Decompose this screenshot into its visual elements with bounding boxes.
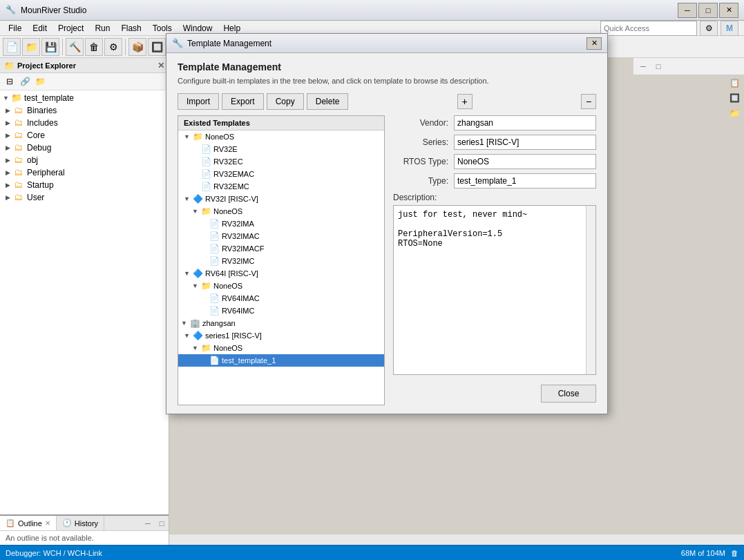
right-panel-btn-4[interactable]: 📁 <box>727 106 741 120</box>
toolbar-btn-4[interactable]: 🔲 <box>148 38 166 56</box>
new-button[interactable]: 📄 <box>3 38 21 56</box>
dialog-close-button[interactable]: Close <box>541 385 596 403</box>
tree-user[interactable]: ▶ 🗂 User <box>0 191 169 204</box>
tree-startup[interactable]: ▶ 🗂 Startup <box>0 179 169 191</box>
tt-test-template-1[interactable]: 📄 test_template_1 <box>178 354 384 367</box>
tree-binaries[interactable]: ▶ 🗂 Binaries <box>0 104 169 117</box>
tt-rv32ima[interactable]: 📄 RV32IMA <box>178 218 384 230</box>
menu-help[interactable]: Help <box>218 22 246 35</box>
tt-rv32emc[interactable]: 📄 RV32EMC <box>178 180 384 193</box>
tt-rv32e-label: RV32E <box>213 145 238 153</box>
tt-rv32emac[interactable]: 📄 RV32EMAC <box>178 168 384 180</box>
h-scrollbar[interactable] <box>169 534 744 545</box>
memory-icon: 🗑 <box>731 549 738 557</box>
tt-user-noneos[interactable]: ▼ 📁 NoneOS <box>178 342 384 354</box>
tt-rv32imacf[interactable]: 📄 RV32IMACF <box>178 242 384 255</box>
tt-noneos-1[interactable]: ▼ 📁 NoneOS <box>178 131 384 143</box>
quick-access-input[interactable] <box>600 21 697 36</box>
tt-rv32e[interactable]: 📄 RV32E <box>178 143 384 155</box>
tree-includes[interactable]: ▶ 🗂 Includes <box>0 117 169 129</box>
menu-file[interactable]: File <box>3 22 27 35</box>
export-button[interactable]: Export <box>222 93 264 110</box>
rside-btn-2[interactable]: □ <box>651 59 665 73</box>
type-input[interactable] <box>454 173 596 189</box>
remove-template-button[interactable]: − <box>581 94 596 109</box>
menu-run[interactable]: Run <box>89 22 115 35</box>
tt-noneos-1-label: NoneOS <box>205 133 234 141</box>
tt-zhangsan[interactable]: ▼ 🏢 zhangsan <box>178 317 384 329</box>
save-button[interactable]: 💾 <box>41 38 59 56</box>
tree-peripheral[interactable]: ▶ 🗂 Peripheral <box>0 166 169 179</box>
series1-group-icon: 🔷 <box>193 331 203 340</box>
new-folder-button[interactable]: 📁 <box>33 75 47 88</box>
rv32i-arrow-icon: ▼ <box>184 195 191 202</box>
tree-root[interactable]: ▼ 📁 test_template <box>0 92 169 104</box>
project-explorer-close[interactable]: ✕ <box>158 61 164 70</box>
dialog-close-x-button[interactable]: ✕ <box>586 37 602 50</box>
description-label: Description: <box>393 193 596 202</box>
series-input[interactable] <box>454 135 596 150</box>
minimize-button[interactable]: ─ <box>678 3 697 18</box>
right-panel-btn-2[interactable]: 📋 <box>727 76 741 90</box>
tt-rv64i[interactable]: ▼ 🔷 RV64I [RISC-V] <box>178 267 384 280</box>
menu-edit[interactable]: Edit <box>27 22 53 35</box>
menu-flash[interactable]: Flash <box>115 22 146 35</box>
zhangsan-arrow-icon: ▼ <box>181 320 188 327</box>
dialog-title-icon: 🔧 <box>172 38 183 49</box>
rv32ima-template-icon: 📄 <box>209 219 220 229</box>
template-management-dialog[interactable]: 🔧 Template Management ✕ Template Managem… <box>166 33 608 414</box>
tab-history[interactable]: 🕐 History <box>57 516 104 530</box>
quick-access-settings-button[interactable]: ⚙ <box>700 21 718 36</box>
rside-btn-1[interactable]: ─ <box>636 59 650 73</box>
copy-button[interactable]: Copy <box>267 93 304 110</box>
tree-debug[interactable]: ▶ 🗂 Debug <box>0 142 169 154</box>
core-arrow-icon: ▶ <box>6 132 14 139</box>
rv32i-noneos-icon: 📁 <box>201 206 211 216</box>
tt-rv32ec[interactable]: 📄 RV32EC <box>178 155 384 168</box>
tt-zhangsan-label: zhangsan <box>202 319 236 327</box>
close-button[interactable]: ✕ <box>719 3 738 18</box>
outline-tab-close[interactable]: ✕ <box>45 519 50 527</box>
tt-rv32i-noneos[interactable]: ▼ 📁 NoneOS <box>178 205 384 218</box>
menu-window[interactable]: Window <box>178 22 218 35</box>
import-button[interactable]: Import <box>178 93 219 110</box>
open-button[interactable]: 📁 <box>22 38 40 56</box>
dialog-toolbar: Import Export Copy Delete + − <box>178 93 596 110</box>
description-scrollbar[interactable] <box>586 206 595 374</box>
tt-series1-label: series1 [RISC-V] <box>205 331 262 340</box>
minimize-panel-button[interactable]: ─ <box>141 516 155 530</box>
link-editor-button[interactable]: 🔗 <box>18 75 32 88</box>
rtos-type-input[interactable] <box>454 154 596 169</box>
series-label: Series: <box>393 137 448 147</box>
tt-series1[interactable]: ▼ 🔷 series1 [RISC-V] <box>178 329 384 342</box>
maximize-button[interactable]: □ <box>698 3 718 18</box>
tt-rv64imc[interactable]: 📄 RV64IMC <box>178 305 384 317</box>
tt-rv32imc[interactable]: 📄 RV32IMC <box>178 255 384 267</box>
vendor-input[interactable] <box>454 115 596 131</box>
menu-project[interactable]: Project <box>53 22 89 35</box>
right-panel-btn-3[interactable]: 🔲 <box>727 91 741 105</box>
build-all-button[interactable]: ⚙ <box>104 38 122 56</box>
build-button[interactable]: 🔨 <box>66 38 84 56</box>
menu-tools[interactable]: Tools <box>147 22 178 35</box>
collapse-all-button[interactable]: ⊟ <box>3 75 17 88</box>
series1-arrow-icon: ▼ <box>184 332 191 339</box>
tt-rv64i-noneos[interactable]: ▼ 📁 NoneOS <box>178 280 384 292</box>
tt-rv32imacf-label: RV32IMACF <box>222 244 265 253</box>
clean-button[interactable]: 🗑 <box>85 38 103 56</box>
quick-access-logo-button[interactable]: M <box>721 21 738 36</box>
rv32i-group-icon: 🔷 <box>193 194 203 204</box>
description-textarea[interactable]: just for test, never mind~ PeripheralVer… <box>394 206 586 374</box>
add-template-button[interactable]: + <box>457 94 473 109</box>
toolbar-btn-3[interactable]: 📦 <box>128 38 146 56</box>
tree-obj[interactable]: ▶ 🗂 obj <box>0 154 169 166</box>
tree-core[interactable]: ▶ 🗂 Core <box>0 129 169 142</box>
maximize-panel-button[interactable]: □ <box>155 516 169 530</box>
startup-arrow-icon: ▶ <box>6 182 14 189</box>
delete-button[interactable]: Delete <box>307 93 349 110</box>
tt-rv64imac[interactable]: 📄 RV64IMAC <box>178 292 384 305</box>
tree-root-label: test_template <box>24 93 74 103</box>
tab-outline[interactable]: 📋 Outline ✕ <box>0 516 57 530</box>
tt-rv32imac[interactable]: 📄 RV32IMAC <box>178 230 384 242</box>
tt-rv32i[interactable]: ▼ 🔷 RV32I [RISC-V] <box>178 193 384 205</box>
